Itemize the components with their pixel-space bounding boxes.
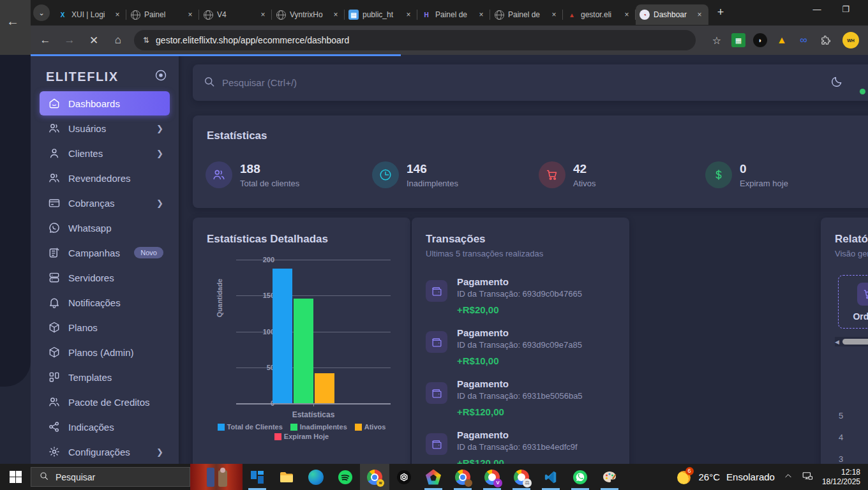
transaction-row[interactable]: Pagamento ID da Transação: 693d9c09e7a85…	[426, 327, 617, 366]
search-input[interactable]	[222, 77, 830, 88]
close-tab-icon[interactable]: ×	[331, 10, 341, 20]
stop-loading-button[interactable]: ✕	[84, 31, 103, 50]
pentagon-app-icon[interactable]	[419, 464, 448, 490]
horizontal-scrollbar[interactable]: ◀ ▶	[835, 337, 868, 346]
paint-icon[interactable]	[595, 464, 624, 490]
profile-avatar[interactable]: WH	[842, 32, 859, 48]
sidebar-item-label: Indicações	[68, 422, 163, 433]
browser-tab[interactable]: ▤ public_ht ×	[345, 4, 417, 25]
spotify-icon[interactable]	[331, 464, 360, 490]
network-icon[interactable]	[802, 470, 813, 484]
sidebar-item-usuarios[interactable]: Usuários ❯	[40, 116, 170, 140]
background-window-panel	[0, 55, 31, 387]
windows-taskbar: Pesquisar W V ⚖	[0, 464, 868, 490]
back-button[interactable]: ←	[36, 31, 55, 50]
stat-label: Inadimplentes	[407, 179, 458, 188]
theme-toggle-moon-icon[interactable]	[830, 75, 844, 91]
transaction-row[interactable]: Pagamento ID da Transação: 6931be4edfc9f…	[426, 429, 617, 464]
close-tab-icon[interactable]: ×	[403, 10, 414, 20]
restore-button[interactable]: ❐	[833, 0, 858, 19]
browser-tab[interactable]: H Painel de ×	[417, 4, 490, 25]
file-explorer-icon[interactable]	[272, 464, 301, 490]
drive-extension-icon[interactable]: ▲	[775, 33, 789, 47]
taskbar-clock[interactable]: 12:18 18/12/2025	[822, 468, 860, 487]
sidebar-item-indicacoes[interactable]: Indicações	[40, 415, 170, 439]
weather-desc: Ensolarado	[726, 471, 775, 482]
address-bar[interactable]: ⇅ gestor.eliteflixtv.shop/app/ecommerce/…	[134, 30, 696, 50]
forward-button[interactable]: →	[60, 31, 79, 50]
sidebar-item-templates[interactable]: Templates	[40, 365, 170, 389]
transactions-card: Transações Ultimas 5 transações realizad…	[412, 218, 629, 464]
transaction-row[interactable]: Pagamento ID da Transação: 6931be5056ba5…	[426, 378, 617, 417]
sidebar-item-cobrancas[interactable]: Cobranças ❯	[40, 191, 170, 215]
sidebar-pin-icon[interactable]	[154, 69, 167, 84]
edge-icon[interactable]	[301, 464, 331, 490]
sidebar-item-planos[interactable]: Planos	[40, 315, 170, 339]
sidebar-item-pacote-de-creditos[interactable]: Pacote de Creditos	[40, 390, 170, 414]
sidebar-item-configuracoes[interactable]: Configurações ❯	[40, 440, 170, 464]
chrome-profile2-icon[interactable]: ⚖	[507, 464, 536, 490]
sidebar-item-notificacoes[interactable]: Notificações	[40, 290, 170, 315]
tray-expand-chevron-icon[interactable]	[784, 471, 793, 483]
browser-tab[interactable]: X XUI | Logi ×	[54, 4, 126, 25]
globe-icon	[203, 10, 213, 20]
scroll-left-arrow-icon[interactable]: ◀	[835, 339, 842, 345]
share-icon	[47, 420, 61, 434]
legend-item[interactable]: Ativos	[355, 423, 386, 431]
browser-tab-active[interactable]: ◔ Dashboar ×	[636, 4, 708, 25]
back-arrow-icon[interactable]: ←	[6, 14, 19, 29]
close-tab-icon[interactable]: ×	[694, 10, 705, 20]
close-tab-icon[interactable]: ×	[622, 10, 632, 20]
close-tab-icon[interactable]: ×	[258, 10, 268, 20]
news-widget-thumbnail[interactable]	[190, 464, 243, 490]
earnings-tab-ordens[interactable]: Ordens	[838, 275, 868, 329]
extensions-puzzle-icon[interactable]	[818, 33, 832, 47]
url-text: gestor.eliteflixtv.shop/app/ecommerce/da…	[156, 35, 349, 45]
chrome-active-icon[interactable]: W	[360, 464, 389, 490]
home-button[interactable]: ⌂	[108, 31, 128, 50]
taskbar-search-box[interactable]: Pesquisar	[31, 467, 190, 487]
minimize-button[interactable]: —	[804, 0, 830, 19]
site-settings-icon[interactable]: ⇅	[143, 36, 149, 45]
browser-tab[interactable]: Painel ×	[126, 4, 199, 25]
link-extension-icon[interactable]: ∞	[797, 33, 811, 47]
scrollbar-thumb[interactable]	[842, 339, 868, 345]
novo-badge: Novo	[134, 247, 163, 258]
y-tick-label: 100	[249, 328, 274, 336]
close-tab-icon[interactable]: ×	[185, 10, 195, 20]
browser-tab[interactable]: ▲ gestor.eli ×	[563, 4, 636, 25]
detailed-statistics-title: Estatísticas Detalhadas	[193, 218, 410, 246]
sidebar-item-campanhas[interactable]: Campanhas Novo	[40, 241, 170, 265]
chatgpt-icon[interactable]	[389, 464, 419, 490]
close-tab-icon[interactable]: ×	[476, 10, 486, 20]
vscode-icon[interactable]	[536, 464, 565, 490]
bookmark-star-icon[interactable]: ☆	[710, 33, 724, 47]
sidebar-item-revendedores[interactable]: Revendedores	[40, 166, 170, 190]
sidebar-item-servidores[interactable]: Servidores	[40, 265, 170, 290]
sidebar-item-clientes[interactable]: Clientes ❯	[40, 141, 170, 165]
browser-tab[interactable]: Painel de ×	[490, 4, 563, 25]
legend-item[interactable]: Inadimplentes	[290, 423, 347, 431]
close-tab-icon[interactable]: ×	[112, 10, 123, 20]
whatsapp-icon[interactable]	[565, 464, 595, 490]
start-button[interactable]	[0, 464, 31, 490]
chrome-profile-icon[interactable]	[448, 464, 477, 490]
legend-item[interactable]: Total de Clientes	[218, 423, 283, 431]
weather-widget[interactable]: 6 26°C Ensolarado	[676, 469, 775, 486]
sidebar-item-dashboards[interactable]: Dashboards	[40, 91, 170, 115]
users-icon	[47, 121, 61, 135]
legend-item[interactable]: Expiram Hoje	[274, 433, 329, 440]
new-tab-button[interactable]: +	[712, 4, 729, 21]
sidebar-item-whatsapp[interactable]: Whatsapp	[40, 216, 170, 240]
extension-icon[interactable]: ◗	[753, 33, 767, 47]
sidebar-item-planos-admin[interactable]: Planos (Admin)	[40, 340, 170, 364]
chrome-profile-v-icon[interactable]: V	[477, 464, 507, 490]
close-tab-icon[interactable]: ×	[549, 10, 559, 20]
task-view-icon[interactable]	[243, 464, 272, 490]
tab-search-button[interactable]: ⌄	[33, 4, 50, 21]
transaction-row[interactable]: Pagamento ID da Transação: 693d9c0b47665…	[426, 276, 617, 315]
browser-tab[interactable]: V4 ×	[199, 4, 272, 25]
browser-tab[interactable]: VyntrixHo ×	[272, 4, 345, 25]
sheets-extension-icon[interactable]: ▦	[731, 33, 745, 47]
background-window: ←	[0, 0, 31, 490]
